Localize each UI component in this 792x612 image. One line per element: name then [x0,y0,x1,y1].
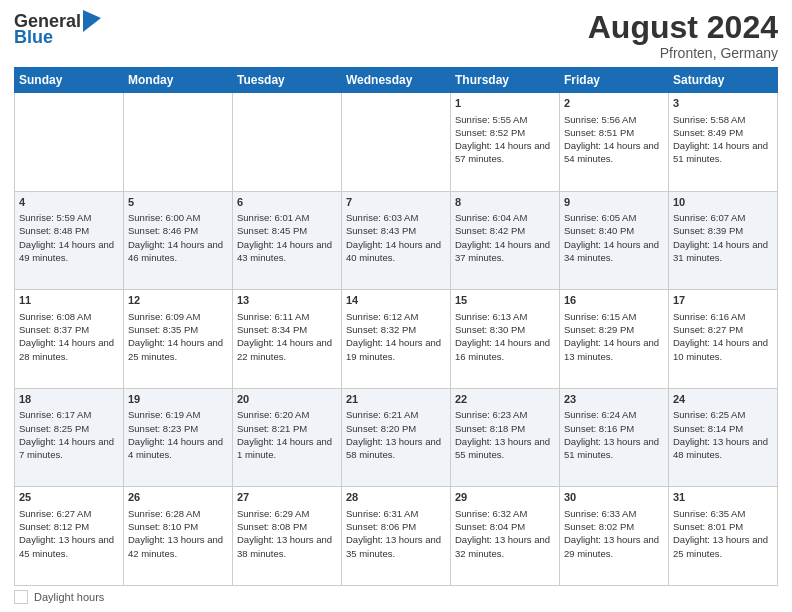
calendar-week-row: 25Sunrise: 6:27 AMSunset: 8:12 PMDayligh… [15,487,778,586]
sunset-text: Sunset: 8:16 PM [564,423,634,434]
day-number: 10 [673,195,773,210]
calendar-cell: 14Sunrise: 6:12 AMSunset: 8:32 PMDayligh… [342,290,451,389]
calendar-week-row: 1Sunrise: 5:55 AMSunset: 8:52 PMDaylight… [15,93,778,192]
day-number: 12 [128,293,228,308]
weekday-header: Saturday [669,68,778,93]
weekday-header: Tuesday [233,68,342,93]
calendar-cell: 5Sunrise: 6:00 AMSunset: 8:46 PMDaylight… [124,191,233,290]
footer: Daylight hours [14,590,778,604]
calendar-cell [342,93,451,192]
weekday-header: Friday [560,68,669,93]
calendar-cell: 31Sunrise: 6:35 AMSunset: 8:01 PMDayligh… [669,487,778,586]
calendar-cell: 13Sunrise: 6:11 AMSunset: 8:34 PMDayligh… [233,290,342,389]
calendar-cell: 17Sunrise: 6:16 AMSunset: 8:27 PMDayligh… [669,290,778,389]
calendar-cell: 23Sunrise: 6:24 AMSunset: 8:16 PMDayligh… [560,388,669,487]
calendar-cell: 26Sunrise: 6:28 AMSunset: 8:10 PMDayligh… [124,487,233,586]
sunset-text: Sunset: 8:48 PM [19,225,89,236]
daylight-text: Daylight: 14 hours and 4 minutes. [128,436,223,460]
day-number: 25 [19,490,119,505]
day-number: 17 [673,293,773,308]
calendar-cell: 15Sunrise: 6:13 AMSunset: 8:30 PMDayligh… [451,290,560,389]
day-number: 31 [673,490,773,505]
daylight-text: Daylight: 13 hours and 38 minutes. [237,534,332,558]
day-number: 6 [237,195,337,210]
calendar-cell: 29Sunrise: 6:32 AMSunset: 8:04 PMDayligh… [451,487,560,586]
month-year: August 2024 [588,10,778,45]
daylight-text: Daylight: 14 hours and 54 minutes. [564,140,659,164]
sunrise-text: Sunrise: 6:27 AM [19,508,91,519]
day-number: 19 [128,392,228,407]
daylight-text: Daylight: 14 hours and 46 minutes. [128,239,223,263]
sunrise-text: Sunrise: 6:03 AM [346,212,418,223]
sunset-text: Sunset: 8:51 PM [564,127,634,138]
sunset-text: Sunset: 8:01 PM [673,521,743,532]
daylight-text: Daylight: 13 hours and 48 minutes. [673,436,768,460]
daylight-text: Daylight: 13 hours and 25 minutes. [673,534,768,558]
sunset-text: Sunset: 8:30 PM [455,324,525,335]
sunrise-text: Sunrise: 5:59 AM [19,212,91,223]
daylight-text: Daylight: 14 hours and 51 minutes. [673,140,768,164]
sunset-text: Sunset: 8:32 PM [346,324,416,335]
calendar-cell [233,93,342,192]
daylight-box [14,590,28,604]
day-number: 4 [19,195,119,210]
daylight-text: Daylight: 14 hours and 16 minutes. [455,337,550,361]
sunrise-text: Sunrise: 6:33 AM [564,508,636,519]
sunset-text: Sunset: 8:42 PM [455,225,525,236]
calendar-cell: 1Sunrise: 5:55 AMSunset: 8:52 PMDaylight… [451,93,560,192]
sunrise-text: Sunrise: 6:31 AM [346,508,418,519]
weekday-header: Sunday [15,68,124,93]
sunrise-text: Sunrise: 6:17 AM [19,409,91,420]
daylight-text: Daylight: 14 hours and 49 minutes. [19,239,114,263]
sunrise-text: Sunrise: 6:23 AM [455,409,527,420]
sunset-text: Sunset: 8:23 PM [128,423,198,434]
daylight-text: Daylight: 13 hours and 32 minutes. [455,534,550,558]
sunset-text: Sunset: 8:12 PM [19,521,89,532]
daylight-text: Daylight: 14 hours and 31 minutes. [673,239,768,263]
day-number: 27 [237,490,337,505]
sunrise-text: Sunrise: 6:21 AM [346,409,418,420]
day-number: 18 [19,392,119,407]
daylight-text: Daylight: 14 hours and 28 minutes. [19,337,114,361]
calendar-cell: 10Sunrise: 6:07 AMSunset: 8:39 PMDayligh… [669,191,778,290]
daylight-text: Daylight: 14 hours and 40 minutes. [346,239,441,263]
daylight-text: Daylight: 14 hours and 7 minutes. [19,436,114,460]
daylight-text: Daylight: 13 hours and 45 minutes. [19,534,114,558]
daylight-text: Daylight: 13 hours and 29 minutes. [564,534,659,558]
header: General Blue August 2024 Pfronten, Germa… [14,10,778,61]
calendar-cell: 11Sunrise: 6:08 AMSunset: 8:37 PMDayligh… [15,290,124,389]
day-number: 15 [455,293,555,308]
daylight-text: Daylight: 13 hours and 42 minutes. [128,534,223,558]
sunset-text: Sunset: 8:21 PM [237,423,307,434]
svg-marker-0 [83,10,101,32]
daylight-text: Daylight: 14 hours and 22 minutes. [237,337,332,361]
calendar-cell: 21Sunrise: 6:21 AMSunset: 8:20 PMDayligh… [342,388,451,487]
day-number: 2 [564,96,664,111]
day-number: 7 [346,195,446,210]
calendar-cell: 19Sunrise: 6:19 AMSunset: 8:23 PMDayligh… [124,388,233,487]
sunset-text: Sunset: 8:52 PM [455,127,525,138]
calendar-cell: 30Sunrise: 6:33 AMSunset: 8:02 PMDayligh… [560,487,669,586]
calendar-header-row: SundayMondayTuesdayWednesdayThursdayFrid… [15,68,778,93]
day-number: 1 [455,96,555,111]
calendar-cell: 24Sunrise: 6:25 AMSunset: 8:14 PMDayligh… [669,388,778,487]
sunset-text: Sunset: 8:45 PM [237,225,307,236]
daylight-text: Daylight: 14 hours and 25 minutes. [128,337,223,361]
calendar-cell: 27Sunrise: 6:29 AMSunset: 8:08 PMDayligh… [233,487,342,586]
sunrise-text: Sunrise: 5:56 AM [564,114,636,125]
sunset-text: Sunset: 8:14 PM [673,423,743,434]
daylight-text: Daylight: 14 hours and 1 minute. [237,436,332,460]
day-number: 9 [564,195,664,210]
daylight-text: Daylight: 13 hours and 35 minutes. [346,534,441,558]
sunset-text: Sunset: 8:40 PM [564,225,634,236]
day-number: 28 [346,490,446,505]
day-number: 8 [455,195,555,210]
daylight-text: Daylight: 14 hours and 43 minutes. [237,239,332,263]
sunset-text: Sunset: 8:34 PM [237,324,307,335]
sunrise-text: Sunrise: 6:24 AM [564,409,636,420]
daylight-text: Daylight: 14 hours and 10 minutes. [673,337,768,361]
sunrise-text: Sunrise: 6:13 AM [455,311,527,322]
sunset-text: Sunset: 8:25 PM [19,423,89,434]
sunset-text: Sunset: 8:37 PM [19,324,89,335]
daylight-text: Daylight: 13 hours and 51 minutes. [564,436,659,460]
